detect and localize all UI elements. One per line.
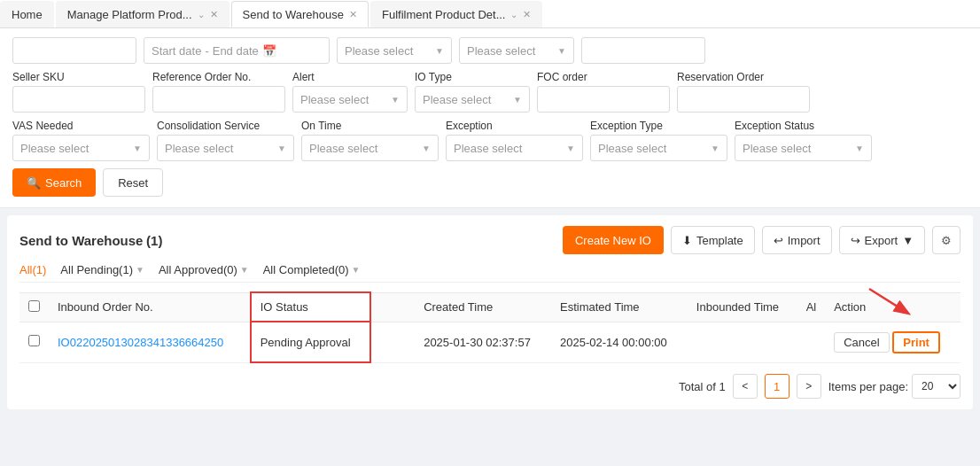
print-button[interactable]: Print [892,331,940,353]
tab-manage-platform[interactable]: Manage Platform Prod... ⌄ ✕ [56,1,229,27]
search-button[interactable]: 🔍 Search [12,168,96,197]
date-start-label: Start date [152,44,201,58]
next-page-button[interactable]: > [797,374,821,399]
filter-row-1: Start date - End date 📅 Please select ▼ … [12,37,968,64]
reference-order-input[interactable] [152,86,285,113]
th-estimated-time: Estimated Time [551,292,688,322]
inbound-order-link[interactable]: IO022025013028341336664250 [58,336,223,349]
th-inbounded-time: Inbounded Time [688,292,797,322]
table-row: IO022025013028341336664250 Pending Appro… [19,322,961,362]
vas-needed-arrow: ▼ [133,144,142,153]
gear-icon: ⚙ [941,234,952,247]
io-type-select[interactable]: Please select ▼ [415,86,530,113]
alert-select-value: Please select [300,93,369,106]
reset-label: Reset [118,176,148,190]
vas-needed-label: VAS Needed [12,120,150,132]
template-button[interactable]: ⬇ Template [671,226,755,254]
settings-button[interactable]: ⚙ [932,226,961,254]
vas-needed-select[interactable]: Please select ▼ [12,135,150,161]
alert-select-arrow: ▼ [391,95,400,105]
td-estimated-time: 2025-02-14 00:00:00 [551,322,688,362]
th-checkbox [19,292,49,322]
prev-page-button[interactable]: < [733,374,758,399]
sub-tab-approved[interactable]: All Approved(0) ▼ [159,263,249,276]
filter-select-1-arrow: ▼ [435,46,444,56]
reference-order-label: Reference Order No. [152,71,285,83]
io-type-select-value: Please select [423,93,491,106]
filter-text-input-2[interactable] [581,37,705,64]
filter-seller-sku: Seller SKU [12,71,145,113]
content-title: Send to Warehouse [19,233,143,248]
download-icon: ⬇ [682,234,692,247]
foc-order-label: FOC order [537,71,670,83]
create-new-io-label: Create New IO [575,234,651,247]
sub-tab-pending[interactable]: All Pending(1) ▼ [60,263,144,276]
tab-fulfilment-product-arrow[interactable]: ⌄ [510,10,517,19]
exception-arrow: ▼ [566,144,575,153]
total-label: Total of 1 [679,380,726,393]
filter-panel: Start date - End date 📅 Please select ▼ … [0,28,980,208]
created-time-value: 2025-01-30 02:37:57 [424,336,531,349]
sub-tab-all[interactable]: All(1) [19,263,46,276]
table-scroll-area[interactable]: Inbound Order No. IO Status Created Time… [19,291,961,363]
reservation-order-input[interactable] [677,86,810,113]
on-time-value: Please select [309,142,377,155]
content-header: Send to Warehouse (1) Create New IO ⬇ Te… [19,226,961,254]
export-label: Export [865,234,898,247]
export-button[interactable]: ↪ Export ▼ [839,226,925,254]
create-new-io-button[interactable]: Create New IO [563,226,664,254]
date-end-label: End date [213,44,259,58]
on-time-arrow: ▼ [422,144,431,153]
filter-action-row: 🔍 Search Reset [12,168,968,197]
content-title-area: Send to Warehouse (1) [19,233,162,248]
table-container: Inbound Order No. IO Status Created Time… [19,291,961,363]
th-action: Action [825,292,961,322]
tab-manage-platform-arrow[interactable]: ⌄ [198,10,205,19]
alert-select[interactable]: Please select ▼ [292,86,408,113]
exception-status-select[interactable]: Please select ▼ [735,135,872,161]
exception-type-arrow: ▼ [711,144,719,153]
exception-type-value: Please select [598,142,666,155]
tab-fulfilment-product-close[interactable]: ✕ [523,9,531,20]
tab-fulfilment-product-label: Fulfilment Product Det... [382,8,505,21]
filter-text-input-1[interactable] [12,37,136,64]
filter-select-2-value: Please select [467,44,535,58]
sub-tab-approved-label: All Approved(0) [159,263,237,276]
select-all-checkbox[interactable] [28,300,40,312]
import-button[interactable]: ↩ Import [762,226,832,254]
page-1-button[interactable]: 1 [765,374,789,399]
sub-tab-completed[interactable]: All Completed(0) ▼ [263,263,361,276]
alert-label: Alert [292,71,408,83]
header-actions: Create New IO ⬇ Template ↩ Import ↪ Expo… [563,226,961,254]
date-range-input[interactable]: Start date - End date 📅 [144,37,330,64]
exception-select[interactable]: Please select ▼ [446,135,583,161]
exception-type-select[interactable]: Please select ▼ [590,135,727,161]
tab-send-to-warehouse-close[interactable]: ✕ [349,9,357,20]
tab-manage-platform-close[interactable]: ✕ [210,9,218,20]
filter-select-2[interactable]: Please select ▼ [459,37,574,64]
search-label: Search [45,176,82,190]
td-created-time: 2025-01-30 02:37:57 [415,322,551,362]
filter-reference-order: Reference Order No. [152,71,285,113]
tab-home[interactable]: Home [0,1,54,27]
foc-order-input[interactable] [537,86,670,113]
filter-on-time: On Time Please select ▼ [301,120,439,161]
tab-fulfilment-product[interactable]: Fulfilment Product Det... ⌄ ✕ [370,1,542,27]
sub-tab-pending-arrow: ▼ [136,265,144,275]
import-label: Import [788,234,821,247]
estimated-time-value: 2025-02-14 00:00:00 [560,336,667,349]
consolidation-select[interactable]: Please select ▼ [157,135,294,161]
filter-consolidation: Consolidation Service Please select ▼ [157,120,294,161]
row-checkbox[interactable] [28,335,40,346]
seller-sku-input[interactable] [12,86,145,113]
cancel-button[interactable]: Cancel [834,332,889,353]
sub-tab-all-label: All(1) [19,263,46,276]
tabs-bar: Home Manage Platform Prod... ⌄ ✕ Send to… [0,0,980,28]
export-icon: ↪ [851,234,860,247]
reset-button[interactable]: Reset [103,168,163,197]
tab-send-to-warehouse[interactable]: Send to Warehouse ✕ [231,1,369,27]
items-per-page-select[interactable]: 10 20 50 100 [912,374,961,399]
on-time-select[interactable]: Please select ▼ [301,135,439,161]
th-io-status: IO Status [251,292,370,322]
filter-select-1[interactable]: Please select ▼ [337,37,452,64]
